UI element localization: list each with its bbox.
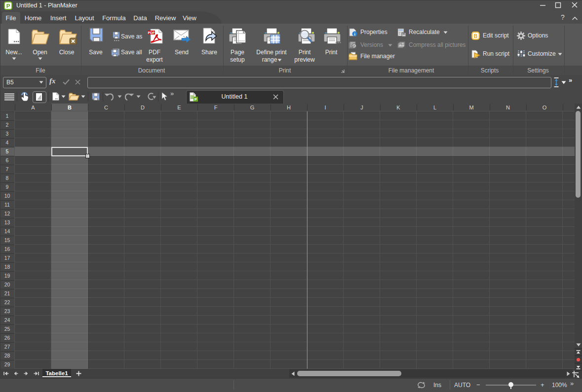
svg-text:P: P: [194, 97, 197, 102]
svg-text:B: B: [474, 33, 478, 39]
svg-text:P: P: [6, 3, 10, 9]
svg-text:PDF: PDF: [148, 31, 155, 35]
